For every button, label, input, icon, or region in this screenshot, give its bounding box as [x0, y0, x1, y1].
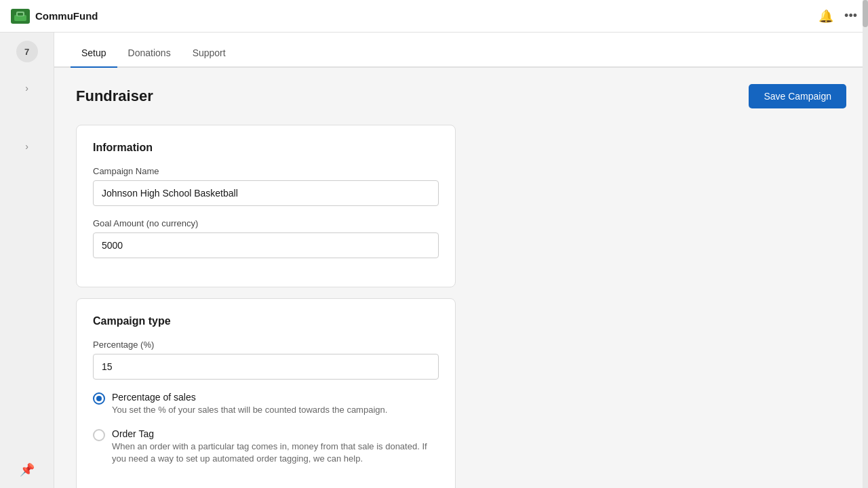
radio-percentage-of-sales[interactable]: Percentage of sales You set the % of you… — [93, 392, 439, 416]
sidebar-badge: 7 — [16, 41, 38, 62]
notification-icon[interactable]: 🔔 — [818, 9, 833, 24]
campaign-name-label: Campaign Name — [93, 166, 439, 176]
radio-circle-percentage — [93, 392, 105, 405]
radio-label-order-tag: Order Tag — [112, 428, 439, 439]
information-card: Information Campaign Name Goal Amount (n… — [76, 125, 456, 287]
tab-setup[interactable]: Setup — [71, 38, 117, 68]
app-header: CommuFund 🔔 ••• — [0, 0, 868, 33]
radio-desc-order-tag: When an order with a particular tag come… — [112, 441, 439, 465]
sidebar: 7 › › 📌 — [0, 33, 54, 488]
goal-amount-label: Goal Amount (no currency) — [93, 218, 439, 228]
radio-dot-percentage — [96, 396, 102, 401]
radio-text-percentage: Percentage of sales You set the % of you… — [112, 392, 387, 416]
tab-bar: Setup Donations Support — [54, 33, 868, 68]
app-logo-icon — [11, 9, 30, 24]
campaign-name-field: Campaign Name — [93, 166, 439, 206]
tab-donations[interactable]: Donations — [117, 38, 182, 68]
save-campaign-button[interactable]: Save Campaign — [749, 84, 846, 108]
app-name: CommuFund — [35, 10, 98, 22]
sidebar-expand-1[interactable]: › — [25, 83, 28, 94]
campaign-type-card-title: Campaign type — [93, 315, 439, 327]
goal-amount-field: Goal Amount (no currency) — [93, 218, 439, 258]
percentage-label: Percentage (%) — [93, 340, 439, 350]
page-header: Fundraiser Save Campaign — [76, 84, 846, 108]
scrollbar-track — [863, 33, 868, 488]
radio-circle-order-tag — [93, 429, 105, 441]
information-card-title: Information — [93, 142, 439, 154]
main-layout: 7 › › 📌 Setup Donations Support Fundrais… — [0, 33, 868, 488]
pin-icon[interactable]: 📌 — [20, 463, 35, 476]
tab-support[interactable]: Support — [182, 38, 237, 68]
radio-order-tag[interactable]: Order Tag When an order with a particula… — [93, 428, 439, 465]
page-content: Fundraiser Save Campaign Information Cam… — [54, 68, 868, 488]
goal-amount-input[interactable] — [93, 232, 439, 258]
sidebar-bottom: 📌 — [20, 462, 35, 477]
page-title: Fundraiser — [76, 87, 153, 105]
radio-text-order-tag: Order Tag When an order with a particula… — [112, 428, 439, 465]
content-area: Setup Donations Support Fundraiser Save … — [54, 33, 868, 488]
percentage-input[interactable] — [93, 354, 439, 380]
campaign-type-card: Campaign type Percentage (%) Percentage … — [76, 298, 456, 488]
radio-desc-percentage: You set the % of your sales that will be… — [112, 404, 387, 416]
svg-rect-2 — [18, 13, 23, 16]
logo-area: CommuFund — [11, 9, 98, 24]
radio-label-percentage: Percentage of sales — [112, 392, 387, 403]
header-actions: 🔔 ••• — [818, 9, 857, 24]
more-options-icon[interactable]: ••• — [844, 9, 857, 23]
percentage-field: Percentage (%) — [93, 340, 439, 380]
sidebar-expand-2[interactable]: › — [25, 141, 28, 152]
campaign-name-input[interactable] — [93, 180, 439, 206]
